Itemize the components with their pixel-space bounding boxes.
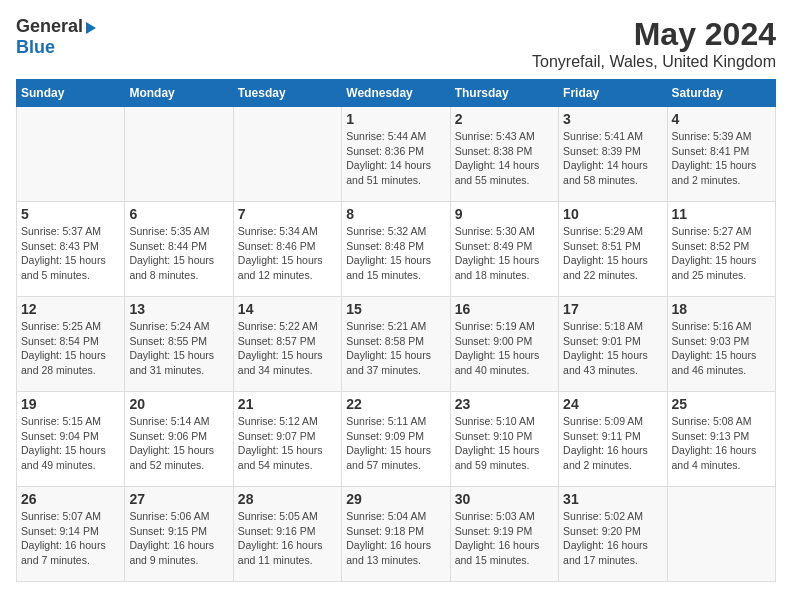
day-info-line: Sunset: 8:52 PM <box>672 240 750 252</box>
header-tuesday: Tuesday <box>233 80 341 107</box>
day-info: Sunrise: 5:34 AMSunset: 8:46 PMDaylight:… <box>238 224 337 283</box>
calendar-cell: 31Sunrise: 5:02 AMSunset: 9:20 PMDayligh… <box>559 487 667 582</box>
day-number: 6 <box>129 206 228 222</box>
day-info-line: Sunrise: 5:44 AM <box>346 130 426 142</box>
calendar-cell: 17Sunrise: 5:18 AMSunset: 9:01 PMDayligh… <box>559 297 667 392</box>
day-info-line: Sunrise: 5:22 AM <box>238 320 318 332</box>
day-info-line: Sunset: 9:16 PM <box>238 525 316 537</box>
day-info-line: and 17 minutes. <box>563 554 638 566</box>
logo-arrow <box>86 22 96 34</box>
day-info-line: and 9 minutes. <box>129 554 198 566</box>
day-info-line: and 57 minutes. <box>346 459 421 471</box>
day-info: Sunrise: 5:09 AMSunset: 9:11 PMDaylight:… <box>563 414 662 473</box>
page-header: General Blue May 2024 Tonyrefail, Wales,… <box>16 16 776 71</box>
day-number: 11 <box>672 206 771 222</box>
day-info: Sunrise: 5:14 AMSunset: 9:06 PMDaylight:… <box>129 414 228 473</box>
day-info-line: Sunset: 8:58 PM <box>346 335 424 347</box>
day-info: Sunrise: 5:32 AMSunset: 8:48 PMDaylight:… <box>346 224 445 283</box>
day-info-line: and 12 minutes. <box>238 269 313 281</box>
day-info-line: Daylight: 16 hours <box>21 539 106 551</box>
day-info-line: Daylight: 15 hours <box>21 349 106 361</box>
day-info-line: Sunrise: 5:19 AM <box>455 320 535 332</box>
day-number: 7 <box>238 206 337 222</box>
day-number: 27 <box>129 491 228 507</box>
calendar-cell <box>125 107 233 202</box>
day-info-line: Sunset: 9:09 PM <box>346 430 424 442</box>
calendar-cell: 15Sunrise: 5:21 AMSunset: 8:58 PMDayligh… <box>342 297 450 392</box>
day-info-line: Sunset: 8:38 PM <box>455 145 533 157</box>
day-info-line: Sunrise: 5:24 AM <box>129 320 209 332</box>
day-info-line: Sunset: 9:04 PM <box>21 430 99 442</box>
day-info-line: Sunset: 9:13 PM <box>672 430 750 442</box>
logo-general: General <box>16 16 83 37</box>
day-number: 2 <box>455 111 554 127</box>
day-info-line: Sunrise: 5:03 AM <box>455 510 535 522</box>
day-info: Sunrise: 5:21 AMSunset: 8:58 PMDaylight:… <box>346 319 445 378</box>
logo-blue: Blue <box>16 37 55 58</box>
day-info: Sunrise: 5:25 AMSunset: 8:54 PMDaylight:… <box>21 319 120 378</box>
day-info-line: Daylight: 15 hours <box>238 254 323 266</box>
day-info: Sunrise: 5:43 AMSunset: 8:38 PMDaylight:… <box>455 129 554 188</box>
day-info-line: Daylight: 14 hours <box>346 159 431 171</box>
day-info: Sunrise: 5:29 AMSunset: 8:51 PMDaylight:… <box>563 224 662 283</box>
calendar-cell: 6Sunrise: 5:35 AMSunset: 8:44 PMDaylight… <box>125 202 233 297</box>
day-info-line: and 46 minutes. <box>672 364 747 376</box>
day-info-line: Sunset: 8:44 PM <box>129 240 207 252</box>
day-info-line: and 43 minutes. <box>563 364 638 376</box>
day-info-line: Sunrise: 5:11 AM <box>346 415 426 427</box>
day-info-line: Sunrise: 5:16 AM <box>672 320 752 332</box>
day-info-line: and 22 minutes. <box>563 269 638 281</box>
day-info-line: Sunset: 9:01 PM <box>563 335 641 347</box>
calendar-cell: 20Sunrise: 5:14 AMSunset: 9:06 PMDayligh… <box>125 392 233 487</box>
day-info-line: Daylight: 15 hours <box>455 254 540 266</box>
day-number: 4 <box>672 111 771 127</box>
day-info-line: and 52 minutes. <box>129 459 204 471</box>
day-info-line: Daylight: 16 hours <box>672 444 757 456</box>
day-number: 21 <box>238 396 337 412</box>
day-info-line: and 11 minutes. <box>238 554 313 566</box>
calendar-cell: 4Sunrise: 5:39 AMSunset: 8:41 PMDaylight… <box>667 107 775 202</box>
calendar-cell: 2Sunrise: 5:43 AMSunset: 8:38 PMDaylight… <box>450 107 558 202</box>
day-number: 8 <box>346 206 445 222</box>
day-info-line: and 15 minutes. <box>346 269 421 281</box>
logo: General Blue <box>16 16 96 58</box>
calendar-cell: 10Sunrise: 5:29 AMSunset: 8:51 PMDayligh… <box>559 202 667 297</box>
calendar-cell: 8Sunrise: 5:32 AMSunset: 8:48 PMDaylight… <box>342 202 450 297</box>
day-info: Sunrise: 5:16 AMSunset: 9:03 PMDaylight:… <box>672 319 771 378</box>
day-number: 14 <box>238 301 337 317</box>
day-number: 3 <box>563 111 662 127</box>
day-info-line: and 34 minutes. <box>238 364 313 376</box>
day-info-line: and 25 minutes. <box>672 269 747 281</box>
day-number: 13 <box>129 301 228 317</box>
day-info-line: Sunrise: 5:05 AM <box>238 510 318 522</box>
header-thursday: Thursday <box>450 80 558 107</box>
day-number: 15 <box>346 301 445 317</box>
day-info-line: Sunset: 8:39 PM <box>563 145 641 157</box>
day-info-line: Daylight: 15 hours <box>455 444 540 456</box>
calendar-cell: 7Sunrise: 5:34 AMSunset: 8:46 PMDaylight… <box>233 202 341 297</box>
day-info-line: Sunset: 8:49 PM <box>455 240 533 252</box>
day-info-line: Sunrise: 5:08 AM <box>672 415 752 427</box>
day-info-line: Sunset: 8:41 PM <box>672 145 750 157</box>
day-info-line: Daylight: 15 hours <box>238 444 323 456</box>
day-info-line: Sunset: 8:46 PM <box>238 240 316 252</box>
day-info-line: Sunrise: 5:09 AM <box>563 415 643 427</box>
day-info-line: Daylight: 15 hours <box>672 254 757 266</box>
day-info-line: and 15 minutes. <box>455 554 530 566</box>
day-info-line: and 13 minutes. <box>346 554 421 566</box>
title-block: May 2024 Tonyrefail, Wales, United Kingd… <box>532 16 776 71</box>
calendar-cell: 22Sunrise: 5:11 AMSunset: 9:09 PMDayligh… <box>342 392 450 487</box>
day-info-line: and 59 minutes. <box>455 459 530 471</box>
calendar-cell: 16Sunrise: 5:19 AMSunset: 9:00 PMDayligh… <box>450 297 558 392</box>
day-info: Sunrise: 5:08 AMSunset: 9:13 PMDaylight:… <box>672 414 771 473</box>
calendar-cell: 26Sunrise: 5:07 AMSunset: 9:14 PMDayligh… <box>17 487 125 582</box>
day-number: 18 <box>672 301 771 317</box>
day-info-line: Sunset: 9:19 PM <box>455 525 533 537</box>
day-info-line: Sunset: 8:48 PM <box>346 240 424 252</box>
day-info-line: Sunrise: 5:07 AM <box>21 510 101 522</box>
day-info-line: Sunrise: 5:18 AM <box>563 320 643 332</box>
day-info-line: Sunrise: 5:29 AM <box>563 225 643 237</box>
day-info-line: Daylight: 15 hours <box>346 254 431 266</box>
calendar-cell: 1Sunrise: 5:44 AMSunset: 8:36 PMDaylight… <box>342 107 450 202</box>
day-info: Sunrise: 5:04 AMSunset: 9:18 PMDaylight:… <box>346 509 445 568</box>
